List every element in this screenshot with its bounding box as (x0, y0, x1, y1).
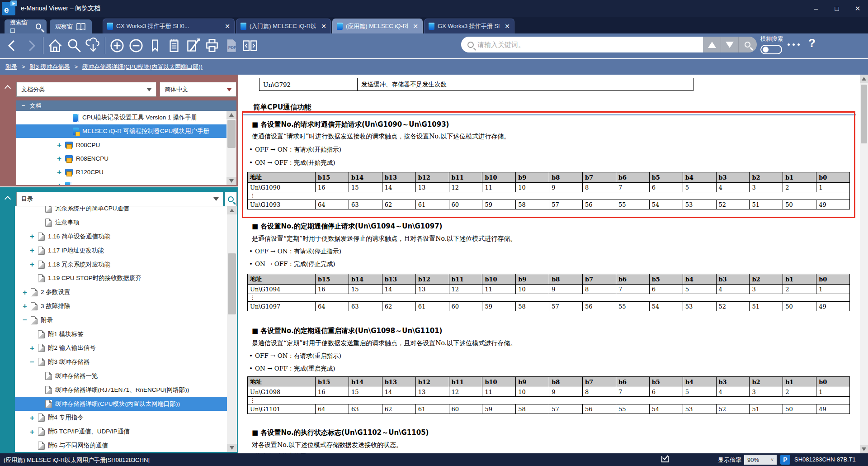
search-window-button[interactable]: 搜索窗口 (5, 19, 47, 33)
back-button[interactable] (3, 37, 22, 55)
toc-scrollbar[interactable] (227, 206, 237, 452)
doc-tree-label: R08ENCPU (76, 155, 108, 162)
expand-icon[interactable]: + (30, 247, 38, 254)
doc-tree-item[interactable]: +R120CPU (16, 165, 236, 179)
toc-tree-item[interactable]: −附录 (15, 313, 237, 327)
fuzzy-search-control: 模糊搜索 (760, 35, 783, 54)
tab-4[interactable]: GX Works3 操作手册 SH0...✕ (424, 19, 514, 33)
expand-icon[interactable]: + (30, 233, 38, 240)
print-button[interactable] (203, 37, 222, 55)
doc-tree-item[interactable]: +R08ENCPU (16, 152, 236, 165)
edit-note-button[interactable] (184, 37, 203, 55)
expand-icon[interactable]: + (30, 428, 38, 436)
zoom-ratio-select[interactable]: 90% ˅ (744, 455, 777, 465)
table-cell: 5 (683, 285, 716, 294)
toc-tree-item[interactable]: +附5 TCP/IP通信、UDP/IP通信 (15, 425, 237, 439)
tab-close-icon[interactable]: ✕ (321, 23, 326, 30)
toc-tree-item[interactable]: 缓冲存储器详细(CPU模块(内置以太网端口部)) (15, 397, 237, 411)
scroll-down-button[interactable] (227, 444, 237, 452)
collapse-icon[interactable]: − (22, 102, 25, 109)
toc-tree-item[interactable]: 注意事项 (15, 216, 237, 230)
doc-tree-item[interactable]: + (16, 179, 236, 185)
toc-tree-item[interactable]: +1.16 简单设备通信功能 (15, 230, 237, 244)
expand-icon[interactable]: + (57, 155, 65, 162)
toc-tree-item[interactable]: +1.17 IP地址更改功能 (15, 243, 237, 257)
scrollbar-thumb[interactable] (228, 253, 236, 314)
facing-pages-button[interactable] (241, 37, 259, 55)
breadcrumb-link[interactable]: 缓冲存储器详细(CPU模块(内置以太网端口部)) (82, 63, 203, 71)
tab-2[interactable]: (入门篇) MELSEC iQ-R以...✕ (236, 19, 331, 33)
home-button[interactable] (46, 37, 65, 55)
scroll-down-button[interactable] (226, 177, 236, 185)
content-scrollbar[interactable] (860, 75, 868, 453)
table-cell: 52 (716, 200, 750, 209)
expand-icon[interactable]: + (57, 182, 65, 185)
doc-tree-scrollbar[interactable] (226, 111, 236, 185)
toc-tree-item[interactable]: 附1 模块标签 (15, 327, 237, 341)
scroll-down-button[interactable] (860, 445, 868, 453)
zoom-ratio-label: 显示倍率 (718, 456, 741, 464)
toc-tree-item[interactable]: 附6 与不同网络的通信 (15, 439, 237, 452)
collapse-toc-panel-icon[interactable] (5, 195, 11, 201)
scroll-up-button[interactable] (227, 206, 237, 214)
doc-tree-item[interactable]: +R08CPU (16, 138, 236, 152)
tab-3[interactable]: (应用篇) MELSEC iQ-R以...✕ (332, 19, 423, 33)
collapse-icon[interactable]: − (23, 316, 31, 324)
expand-icon[interactable]: + (57, 141, 65, 149)
scroll-up-button[interactable] (226, 111, 236, 119)
expand-icon[interactable]: + (30, 261, 38, 268)
breadcrumb-link[interactable]: 附录 (5, 63, 17, 71)
doc-category-dropdown[interactable]: 文档分类 (16, 82, 156, 97)
more-options-button[interactable] (788, 43, 800, 46)
toc-dropdown[interactable]: 目录 (16, 192, 223, 206)
breadcrumb-link[interactable]: 附3 缓冲存储器 (30, 63, 70, 71)
search-go-button[interactable] (738, 37, 756, 52)
doc-tree-root[interactable]: − 文档 (16, 100, 236, 111)
toc-tree-item[interactable]: +3 故障排除 (15, 300, 237, 314)
bookmark-button[interactable] (146, 37, 165, 55)
tab-close-icon[interactable]: ✕ (413, 23, 418, 30)
toc-tree-item[interactable]: +附4 专用指令 (15, 411, 237, 425)
help-button[interactable]: ? (808, 36, 816, 50)
scrollbar-thumb[interactable] (227, 120, 236, 148)
toc-search-button[interactable] (225, 192, 237, 206)
zoom-in-button[interactable] (108, 37, 127, 55)
expand-icon[interactable]: + (30, 344, 38, 352)
collapse-doc-panel-icon[interactable] (5, 85, 11, 90)
toc-tree-item[interactable]: −附3 缓冲存储器 (15, 355, 237, 369)
table-header-cell: b11 (449, 274, 482, 285)
scrollbar-thumb[interactable] (861, 85, 867, 143)
toc-tree-item[interactable]: 1.19 CPU STOP时的接收数据废弃 (15, 271, 237, 285)
tab-close-icon[interactable]: ✕ (225, 23, 230, 30)
zoom-out-button[interactable] (127, 37, 146, 55)
doc-tree-item[interactable]: CPU模块记录设置工具 Version 1 操作手册 (16, 111, 236, 124)
watch-window-button[interactable]: 观察窗 (50, 19, 92, 33)
search-prev-button[interactable] (703, 37, 721, 52)
notes-button[interactable] (165, 37, 184, 55)
search-page-button[interactable] (65, 37, 84, 55)
download-manual-icon[interactable] (84, 37, 103, 55)
toc-tree-item[interactable]: +附2 输入输出信号 (15, 341, 237, 355)
toc-tree-item[interactable]: 缓冲存储器详细(RJ71EN71、RnENCPU(网络部)) (15, 383, 237, 397)
forward-button[interactable] (22, 37, 41, 55)
fuzzy-search-toggle[interactable] (760, 45, 782, 54)
doc-tree-item[interactable]: MELSEC iQ-R 可编程控制器CPU模块用户手册 (16, 124, 236, 138)
toc-tree-item[interactable]: 缓冲存储器一览 (15, 369, 237, 383)
close-button[interactable]: ✕ (847, 2, 868, 15)
maximize-button[interactable]: □ (826, 2, 847, 15)
collapse-icon[interactable]: − (30, 358, 38, 366)
search-next-button[interactable] (721, 37, 738, 52)
expand-icon[interactable]: + (23, 302, 31, 310)
expand-icon[interactable]: + (23, 289, 31, 296)
minimize-button[interactable]: – (806, 2, 826, 15)
expand-icon[interactable]: + (30, 414, 38, 422)
language-dropdown[interactable]: 简体中文 (160, 82, 236, 97)
toc-tree-item[interactable]: 冗余系统中的简单CPU通信 (15, 206, 237, 216)
toc-tree-item[interactable]: +1.18 冗余系统对应功能 (15, 257, 237, 271)
scroll-up-button[interactable] (860, 75, 868, 83)
toc-tree-item[interactable]: +2 参数设置 (15, 285, 237, 300)
expand-icon[interactable]: + (57, 168, 65, 176)
keyword-search-input[interactable] (477, 41, 676, 48)
tab-close-icon[interactable]: ✕ (505, 23, 510, 30)
tab-1[interactable]: GX Works3 操作手册 SH0...✕ (103, 19, 235, 33)
